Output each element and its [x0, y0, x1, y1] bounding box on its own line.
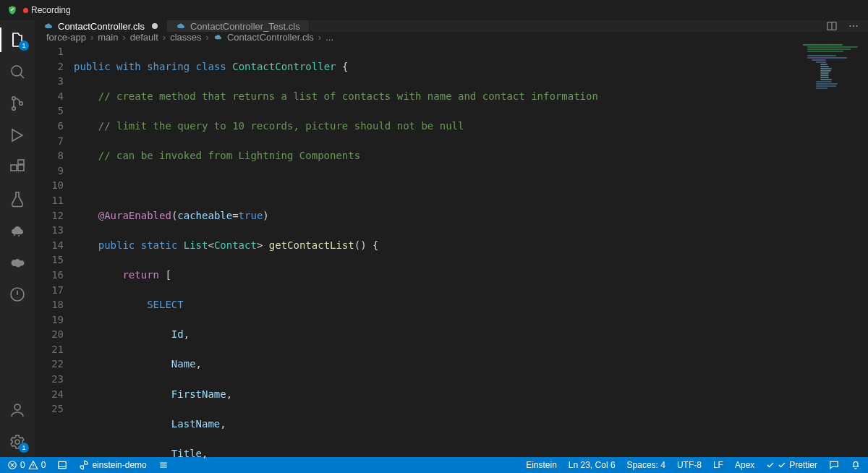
svg-point-15: [856, 25, 858, 27]
svg-point-8: [18, 235, 20, 236]
breadcrumb[interactable]: force-app› main› default› classes› Conta…: [35, 32, 868, 43]
apex-file-icon: [213, 33, 223, 42]
activity-problems[interactable]: [0, 279, 35, 310]
svg-point-10: [14, 404, 20, 410]
recording-label: Recording: [31, 5, 71, 15]
svg-rect-4: [11, 165, 17, 171]
breadcrumb-part[interactable]: default: [130, 32, 158, 43]
breadcrumb-tail[interactable]: ...: [326, 32, 333, 43]
svg-point-0: [12, 66, 22, 76]
breadcrumb-part[interactable]: main: [98, 32, 118, 43]
breadcrumb-part[interactable]: classes: [170, 32, 201, 43]
svg-point-2: [12, 107, 16, 111]
explorer-badge: 1: [19, 41, 29, 51]
apex-file-icon: [43, 21, 54, 31]
editor-area[interactable]: 1234567891011121314151617181920212223242…: [35, 43, 868, 473]
editor-column: ContactController.cls ContactController_…: [35, 20, 868, 457]
settings-badge: 1: [19, 443, 29, 453]
split-editor-icon[interactable]: [826, 20, 838, 32]
activity-salesforce[interactable]: [0, 247, 35, 278]
breadcrumb-file[interactable]: ContactController.cls: [227, 32, 314, 43]
tab-contact-controller-test[interactable]: ContactController_Test.cls: [167, 20, 310, 32]
breadcrumb-part[interactable]: force-app: [46, 32, 86, 43]
shield-icon: [7, 5, 17, 15]
tab-label: ContactController_Test.cls: [190, 21, 300, 32]
svg-point-11: [15, 440, 20, 444]
activity-extensions[interactable]: [0, 152, 35, 182]
activity-search[interactable]: [0, 56, 35, 87]
svg-point-7: [14, 234, 15, 236]
activity-settings[interactable]: 1: [0, 427, 35, 457]
svg-rect-6: [18, 160, 24, 164]
svg-point-1: [12, 97, 16, 101]
activity-explorer[interactable]: 1: [0, 25, 35, 55]
tab-contact-controller[interactable]: ContactController.cls: [35, 20, 167, 32]
tab-actions: [817, 20, 868, 32]
recording-dot-icon: [23, 8, 28, 13]
line-number-gutter: 1234567891011121314151617181920212223242…: [35, 43, 74, 473]
recording-indicator: Recording: [23, 5, 71, 15]
svg-rect-5: [18, 165, 24, 171]
activity-bar: 1 1: [0, 20, 35, 457]
tab-label: ContactController.cls: [58, 21, 145, 32]
activity-einstein[interactable]: [0, 216, 35, 246]
code-content[interactable]: public with sharing class ContactControl…: [74, 43, 868, 473]
activity-run[interactable]: [0, 120, 35, 150]
editor-tabs: ContactController.cls ContactController_…: [35, 20, 868, 32]
activity-test[interactable]: [0, 184, 35, 214]
svg-point-14: [853, 25, 854, 27]
titlebar: Recording: [0, 0, 868, 20]
apex-file-icon: [176, 21, 186, 31]
activity-account[interactable]: [0, 395, 35, 425]
more-icon[interactable]: [848, 20, 859, 32]
dirty-indicator-icon: [152, 23, 158, 29]
svg-point-13: [849, 25, 851, 27]
activity-source-control[interactable]: [0, 88, 35, 119]
svg-point-3: [20, 102, 23, 106]
